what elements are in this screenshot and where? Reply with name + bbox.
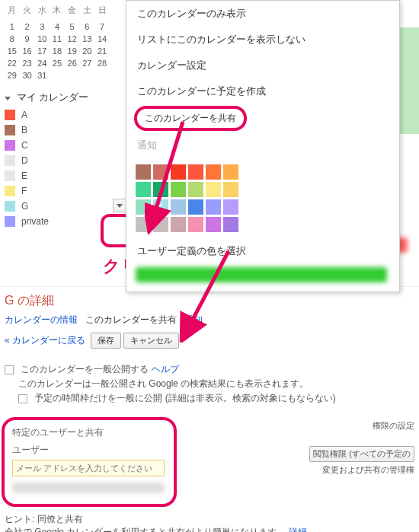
day-cell[interactable]: 20: [80, 45, 95, 57]
learn-more-link[interactable]: 詳細: [289, 527, 307, 532]
dow-cell: 月: [5, 3, 20, 18]
color-swatch: [5, 110, 15, 120]
day-cell[interactable]: 13: [80, 33, 95, 45]
my-calendars-heading[interactable]: マイ カレンダー: [0, 84, 114, 107]
day-cell[interactable]: 15: [5, 45, 20, 57]
day-cell[interactable]: 27: [80, 57, 95, 69]
calendar-label: D: [21, 155, 28, 166]
dow-cell: 水: [34, 3, 50, 18]
day-cell[interactable]: 2: [20, 21, 35, 33]
day-cell[interactable]: 26: [65, 57, 80, 69]
calendar-list: ABCDEFGprivate: [0, 107, 114, 229]
day-cell[interactable]: 4: [50, 21, 65, 33]
day-cell[interactable]: 12: [65, 33, 80, 45]
user-label: ユーザー: [12, 444, 166, 457]
calendar-item[interactable]: D: [5, 153, 110, 168]
day-cell[interactable]: 14: [94, 33, 110, 45]
day-cell[interactable]: 22: [5, 57, 20, 69]
day-cell[interactable]: 17: [34, 45, 50, 57]
day-cell[interactable]: 3: [34, 21, 50, 33]
day-cell[interactable]: 7: [94, 21, 110, 33]
calendar-label: F: [21, 186, 27, 196]
color-option[interactable]: [188, 199, 203, 215]
color-swatch: [5, 155, 15, 166]
calendar-item[interactable]: B: [5, 123, 110, 138]
calendar-item[interactable]: A: [5, 107, 110, 123]
day-cell[interactable]: 11: [50, 33, 65, 45]
public-note: このカレンダーは一般公開され Google の検索結果にも表示されます。: [18, 378, 309, 389]
menu-settings[interactable]: カレンダー設定: [126, 53, 399, 78]
day-cell[interactable]: 1: [5, 21, 20, 33]
day-cell[interactable]: [50, 69, 65, 81]
color-option[interactable]: [206, 199, 221, 215]
expand-icon: [5, 97, 11, 100]
day-cell[interactable]: 31: [34, 69, 50, 81]
redacted-user: [12, 483, 165, 493]
heading-text: マイ カレンダー: [17, 91, 89, 103]
tab-share[interactable]: このカレンダーを共有: [85, 314, 177, 325]
day-cell[interactable]: 16: [20, 45, 35, 57]
svg-line-1: [187, 251, 229, 331]
menu-custom-color[interactable]: ユーザー定義の色を選択: [126, 238, 399, 264]
annotation-arrow-2: [175, 244, 236, 342]
day-cell[interactable]: 19: [65, 45, 80, 57]
color-swatch: [5, 201, 15, 212]
hide-times-checkbox[interactable]: [18, 394, 27, 403]
perm-select[interactable]: 閲覧権限 (すべての予定の: [309, 446, 414, 462]
menu-create-event[interactable]: このカレンダーに予定を作成: [126, 78, 399, 104]
share-email-input[interactable]: [12, 460, 165, 476]
day-cell[interactable]: 5: [65, 21, 80, 33]
day-cell[interactable]: 24: [34, 57, 50, 69]
color-option[interactable]: [206, 164, 221, 180]
calendar-item[interactable]: C: [5, 138, 110, 153]
calendar-item[interactable]: F: [5, 183, 110, 199]
annotation-arrow-1: [145, 114, 190, 236]
color-swatch: [5, 125, 15, 135]
color-option[interactable]: [206, 182, 221, 197]
color-option[interactable]: [223, 182, 238, 197]
dow-cell: 金: [65, 3, 80, 18]
color-option[interactable]: [206, 217, 221, 232]
day-cell[interactable]: [80, 69, 95, 81]
color-swatch: [5, 216, 15, 227]
calendar-label: C: [21, 140, 28, 151]
redacted-strip: [136, 267, 387, 282]
cancel-button-top[interactable]: キャンセル: [123, 333, 179, 349]
day-cell[interactable]: 6: [80, 21, 95, 33]
day-cell[interactable]: [94, 69, 110, 81]
day-cell[interactable]: 10: [34, 33, 50, 45]
color-option[interactable]: [223, 217, 238, 232]
tab-info[interactable]: カレンダーの情報: [5, 314, 78, 325]
color-option[interactable]: [188, 182, 203, 197]
day-cell[interactable]: 30: [20, 69, 35, 81]
save-button-top[interactable]: 保存: [91, 333, 121, 349]
color-option[interactable]: [188, 217, 203, 232]
calendar-item[interactable]: private: [5, 214, 110, 229]
day-cell[interactable]: 21: [94, 45, 110, 57]
day-cell[interactable]: 23: [20, 57, 35, 69]
day-cell[interactable]: 18: [50, 45, 65, 57]
day-cell[interactable]: 29: [5, 69, 20, 81]
calendar-item[interactable]: G: [5, 199, 110, 214]
calendar-item[interactable]: E: [5, 168, 110, 183]
day-cell[interactable]: 28: [94, 57, 110, 69]
event-block-green: [400, 27, 419, 134]
color-option[interactable]: [223, 164, 238, 180]
public-checkbox[interactable]: [5, 365, 14, 374]
share-heading: 特定のユーザーと共有: [12, 426, 166, 439]
dow-cell: 日: [94, 3, 110, 18]
day-cell[interactable]: 9: [20, 33, 35, 45]
day-cell[interactable]: 8: [5, 33, 20, 45]
menu-hide-list[interactable]: リストにこのカレンダーを表示しない: [126, 27, 399, 53]
help-link[interactable]: ヘルプ: [152, 364, 179, 374]
color-option[interactable]: [223, 199, 238, 215]
menu-only-show[interactable]: このカレンダーのみ表示: [126, 1, 399, 27]
day-cell[interactable]: [65, 69, 80, 81]
color-option[interactable]: [188, 164, 203, 180]
hint-body: 会社で Google カレンダーを利用すると共有がより簡単になります。: [5, 527, 286, 532]
back-link-top[interactable]: « カレンダーに戻る: [5, 335, 85, 346]
perm-note: 変更および共有の管理権: [322, 464, 414, 476]
calendar-label: A: [21, 110, 27, 120]
mini-calendar[interactable]: 月火水木金土日 12345678910111213141516171819202…: [0, 0, 114, 84]
day-cell[interactable]: 25: [50, 57, 65, 69]
